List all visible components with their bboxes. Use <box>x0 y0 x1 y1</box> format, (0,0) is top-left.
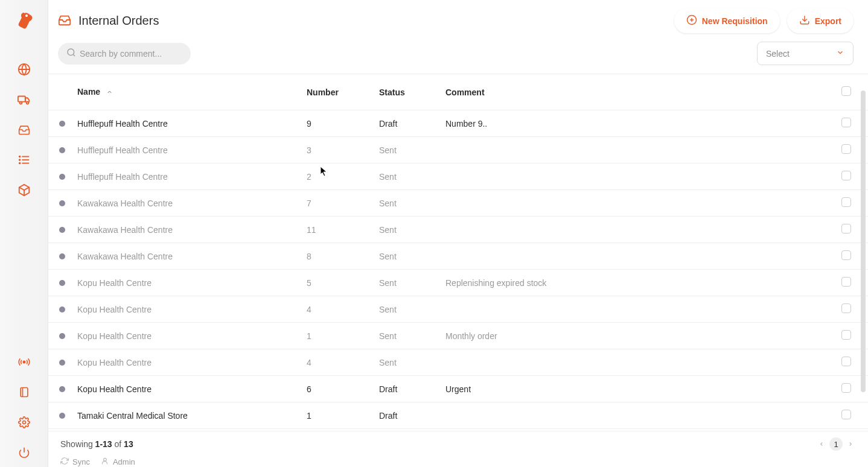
cell-status: Sent <box>373 270 439 296</box>
column-header-comment[interactable]: Comment <box>439 74 832 110</box>
app-logo[interactable] <box>13 11 35 33</box>
cell-status: Sent <box>373 164 439 190</box>
table-wrap: Name Number Status Comment Hufflepuff He… <box>48 74 868 431</box>
table-row[interactable]: Kopu Health Centre 1 Sent Monthly order <box>48 323 868 349</box>
table-row[interactable]: Kawakawa Health Centre 7 Sent <box>48 190 868 217</box>
search-box[interactable] <box>58 43 191 65</box>
cell-number: 2 <box>301 164 373 190</box>
table-row[interactable]: Kopu Health Centre 4 Sent <box>48 296 868 323</box>
cell-name: Hufflepuff Health Centre <box>71 164 301 190</box>
admin-status[interactable]: Admin <box>101 457 135 467</box>
row-checkbox[interactable] <box>841 357 851 366</box>
cell-comment: Testing chart data <box>439 429 832 431</box>
row-checkbox[interactable] <box>841 303 851 313</box>
cell-name: Kopu Health Centre <box>71 270 301 296</box>
row-checkbox[interactable] <box>841 277 851 287</box>
table-row[interactable]: Kopu Health Centre 4 Sent <box>48 349 868 376</box>
cell-status: Sent <box>373 349 439 376</box>
row-checkbox[interactable] <box>841 330 851 340</box>
cell-comment: Urgent <box>439 376 832 402</box>
page-number[interactable]: 1 <box>829 437 843 451</box>
truck-icon[interactable] <box>18 93 31 106</box>
cell-number: 4 <box>301 296 373 323</box>
search-icon <box>66 48 76 60</box>
select-all-checkbox[interactable] <box>841 86 851 96</box>
cell-number: 12 <box>301 429 373 431</box>
cell-status: Draft <box>373 110 439 137</box>
cell-comment: Replenishing expired stock <box>439 270 832 296</box>
export-button[interactable]: Export <box>787 8 854 33</box>
cell-status: Draft <box>373 376 439 402</box>
next-page-button[interactable] <box>847 439 854 449</box>
scrollbar-thumb[interactable] <box>861 91 866 392</box>
cell-status: Sent <box>373 296 439 323</box>
gear-icon[interactable] <box>18 416 30 431</box>
cell-number: 5 <box>301 270 373 296</box>
row-checkbox[interactable] <box>841 383 851 393</box>
table-row[interactable]: Kawakawa Health Centre 11 Sent <box>48 217 868 243</box>
cell-comment: Number 9.. <box>439 110 832 137</box>
footer: Showing 1-13 of 13 1 <box>48 431 868 454</box>
svg-point-4 <box>26 102 28 104</box>
row-checkbox[interactable] <box>841 197 851 207</box>
column-header-number[interactable]: Number <box>301 74 373 110</box>
column-header-name[interactable]: Name <box>71 74 301 110</box>
row-checkbox[interactable] <box>841 144 851 154</box>
table-row[interactable]: Hufflepuff Health Centre 2 Sent <box>48 164 868 190</box>
cell-name: Hufflepuff Health Centre <box>71 110 301 137</box>
svg-point-14 <box>22 421 25 424</box>
table-row[interactable]: Kawakawa Health Centre 8 Sent <box>48 243 868 270</box>
status-dot <box>59 280 65 286</box>
status-dot <box>59 360 65 366</box>
table-row[interactable]: Tamaki Central Medical Store 12 Draft Te… <box>48 429 868 431</box>
pagination: 1 <box>819 437 854 451</box>
cell-number: 3 <box>301 137 373 164</box>
table-row[interactable]: Tamaki Central Medical Store 1 Draft <box>48 402 868 429</box>
plus-circle-icon <box>686 14 697 27</box>
filter-select[interactable]: Select <box>757 42 854 65</box>
power-icon[interactable] <box>18 446 30 461</box>
search-input[interactable] <box>80 49 182 59</box>
table-row[interactable]: Hufflepuff Health Centre 3 Sent <box>48 137 868 164</box>
column-header-status[interactable]: Status <box>373 74 439 110</box>
status-dot <box>59 200 65 206</box>
cell-status: Sent <box>373 190 439 217</box>
svg-point-3 <box>19 102 22 104</box>
cell-status: Draft <box>373 429 439 431</box>
book-icon[interactable] <box>18 386 30 401</box>
broadcast-icon[interactable] <box>18 356 30 370</box>
table-row[interactable]: Kopu Health Centre 6 Draft Urgent <box>48 376 868 402</box>
cube-icon[interactable] <box>18 183 31 197</box>
svg-line-20 <box>73 54 75 56</box>
cell-name: Tamaki Central Medical Store <box>71 402 301 429</box>
globe-icon[interactable] <box>18 63 31 76</box>
table-row[interactable]: Kopu Health Centre 5 Sent Replenishing e… <box>48 270 868 296</box>
status-dot <box>59 121 65 127</box>
cell-comment <box>439 164 832 190</box>
inbox-icon[interactable] <box>18 123 31 136</box>
scrollbar[interactable] <box>861 77 866 415</box>
svg-point-21 <box>104 458 107 461</box>
row-checkbox[interactable] <box>841 118 851 127</box>
cell-name: Kawakawa Health Centre <box>71 243 301 270</box>
sync-status[interactable]: Sync <box>60 457 90 467</box>
cell-number: 1 <box>301 323 373 349</box>
table-row[interactable]: Hufflepuff Health Centre 9 Draft Number … <box>48 110 868 137</box>
row-checkbox[interactable] <box>841 224 851 234</box>
row-checkbox[interactable] <box>841 171 851 180</box>
sidebar <box>0 0 48 467</box>
new-requisition-button[interactable]: New Requisition <box>674 8 780 33</box>
list-icon[interactable] <box>18 153 31 167</box>
refresh-icon <box>60 457 69 467</box>
svg-point-19 <box>68 49 74 56</box>
cell-status: Sent <box>373 217 439 243</box>
cell-number: 9 <box>301 110 373 137</box>
row-checkbox[interactable] <box>841 410 851 419</box>
status-dot <box>59 386 65 392</box>
svg-point-9 <box>19 159 20 160</box>
row-checkbox[interactable] <box>841 250 851 260</box>
cell-number: 4 <box>301 349 373 376</box>
prev-page-button[interactable] <box>819 439 825 449</box>
cell-comment <box>439 243 832 270</box>
user-icon <box>101 457 109 467</box>
